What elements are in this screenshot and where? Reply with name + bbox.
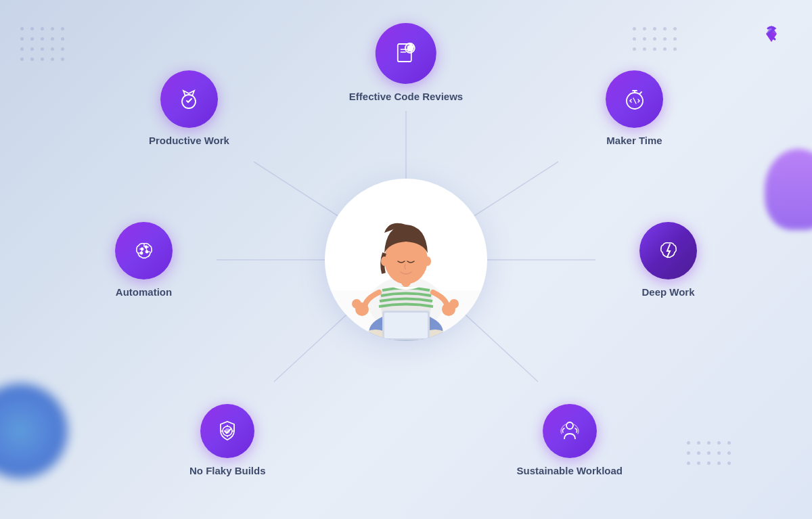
svg-point-24 bbox=[424, 256, 431, 266]
svg-point-18 bbox=[352, 299, 361, 309]
purple-blob-decoration bbox=[765, 149, 812, 230]
feature-node-sustainable-workload: Sustainable Workload bbox=[517, 404, 623, 476]
sustainable-workload-icon-circle bbox=[543, 404, 597, 458]
sustainable-workload-label: Sustainable Workload bbox=[517, 465, 623, 476]
feature-node-deep-work: Deep Work bbox=[639, 222, 697, 298]
no-flaky-builds-label: No Flaky Builds bbox=[189, 465, 266, 476]
svg-point-23 bbox=[381, 256, 388, 266]
center-person-circle bbox=[325, 179, 487, 341]
feature-node-no-flaky-builds: No Flaky Builds bbox=[189, 404, 266, 476]
productive-work-icon-circle bbox=[160, 70, 218, 128]
feature-node-maker-time: Maker Time bbox=[606, 70, 663, 146]
blue-blob-decoration bbox=[0, 384, 68, 478]
hatica-logo bbox=[758, 20, 785, 47]
maker-time-label: Maker Time bbox=[606, 135, 662, 146]
automation-label: Automation bbox=[116, 286, 172, 298]
svg-point-35 bbox=[566, 422, 573, 429]
feature-node-productive-work: Productive Work bbox=[149, 70, 229, 146]
deep-work-label: Deep Work bbox=[641, 286, 694, 298]
feature-node-automation: Automation bbox=[115, 222, 173, 298]
diagram-container: Effective Code Reviews Productive Work bbox=[135, 30, 677, 490]
automation-icon-circle bbox=[115, 222, 173, 279]
code-reviews-label: Effective Code Reviews bbox=[349, 91, 463, 102]
deep-work-icon-circle bbox=[639, 222, 697, 279]
svg-point-20 bbox=[449, 299, 459, 309]
code-reviews-icon-circle bbox=[376, 23, 436, 84]
productive-work-label: Productive Work bbox=[149, 135, 229, 146]
no-flaky-builds-icon-circle bbox=[200, 404, 254, 458]
decorative-dots-tl bbox=[20, 27, 64, 61]
svg-rect-15 bbox=[384, 313, 428, 338]
maker-time-icon-circle bbox=[606, 70, 663, 128]
decorative-dots-br bbox=[687, 441, 731, 465]
feature-node-code-reviews: Effective Code Reviews bbox=[349, 23, 463, 102]
